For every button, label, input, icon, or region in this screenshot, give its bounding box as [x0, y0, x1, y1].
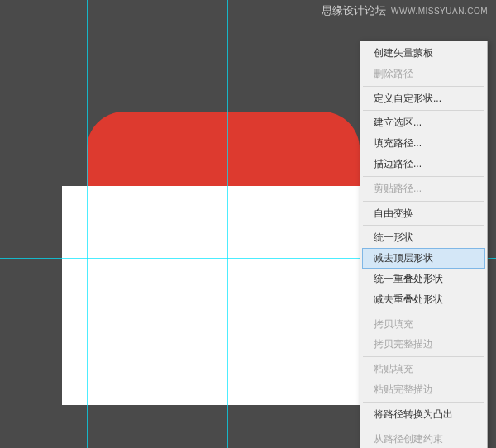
watermark-url: WWW.MISSYUAN.COM	[391, 7, 488, 16]
menu-item: 剪贴路径...	[362, 179, 485, 199]
menu-separator	[363, 176, 484, 177]
menu-item: 拷贝填充	[362, 314, 485, 335]
menu-item[interactable]: 建立选区...	[362, 112, 485, 133]
menu-item: 删除路径	[362, 64, 485, 84]
menu-separator	[363, 427, 484, 427]
menu-separator	[363, 356, 484, 357]
menu-item: 从路径创建约束	[362, 429, 485, 448]
menu-item[interactable]: 减去重叠处形状	[362, 289, 485, 310]
guide-vertical-2[interactable]	[227, 0, 228, 448]
menu-separator	[363, 312, 484, 312]
menu-item[interactable]: 创建矢量蒙板	[362, 43, 485, 64]
menu-separator	[363, 201, 484, 202]
menu-item: 粘贴完整描边	[362, 379, 485, 400]
watermark-site-name: 思缘设计论坛	[322, 3, 386, 18]
guide-vertical-1[interactable]	[87, 0, 88, 448]
menu-item[interactable]: 将路径转换为凸出	[362, 404, 485, 425]
menu-item[interactable]: 减去顶层形状	[362, 248, 485, 269]
watermark: 思缘设计论坛 WWW.MISSYUAN.COM	[322, 3, 488, 18]
menu-item[interactable]: 自由变换	[362, 203, 485, 224]
menu-separator	[363, 402, 484, 403]
menu-separator	[363, 110, 484, 111]
menu-item[interactable]: 定义自定形状...	[362, 88, 485, 109]
menu-item[interactable]: 描边路径...	[362, 154, 485, 174]
context-menu: 创建矢量蒙板删除路径定义自定形状...建立选区...填充路径...描边路径...…	[360, 41, 488, 448]
menu-separator	[363, 225, 484, 226]
menu-item[interactable]: 统一重叠处形状	[362, 269, 485, 289]
menu-item: 拷贝完整描边	[362, 334, 485, 355]
menu-item[interactable]: 填充路径...	[362, 133, 485, 154]
menu-item[interactable]: 统一形状	[362, 227, 485, 248]
white-rect-shape	[62, 186, 360, 405]
menu-item: 粘贴填充	[362, 359, 485, 379]
menu-separator	[363, 86, 484, 87]
